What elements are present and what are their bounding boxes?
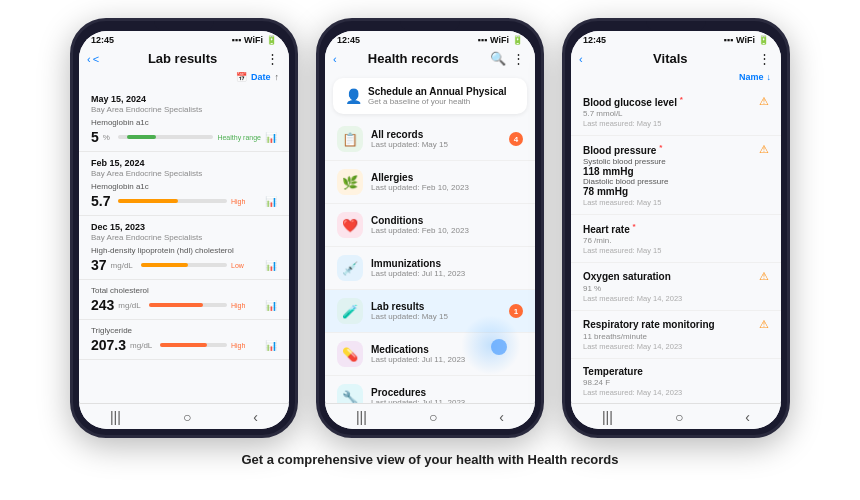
lab-unit-0: % [103,133,110,142]
record-date-0: Last updated: May 15 [371,140,501,149]
back-nav-1[interactable]: ‹ [253,409,258,425]
circle-nav-3[interactable]: ○ [675,409,683,425]
lab-results-title: Lab results [103,51,262,66]
range-fill-2 [141,263,188,267]
wifi-icon: WiFi [244,35,263,45]
range-fill-1 [118,199,178,203]
vital-measured-2: Last measured: May 15 [583,246,769,255]
more-icon-1[interactable]: ⋮ [266,51,279,66]
back-button-3[interactable]: ‹ [579,53,583,65]
record-icon-4: 🧪 [337,298,363,324]
vital-item-2[interactable]: Heart rate * 76 /min. Last measured: May… [571,215,781,263]
circle-nav-2[interactable]: ○ [429,409,437,425]
back-nav-3[interactable]: ‹ [745,409,750,425]
back-nav-2[interactable]: ‹ [499,409,504,425]
record-text-6: Procedures Last updated: Jul 11, 2023 [371,387,523,403]
vital-item-1[interactable]: Blood pressure * ⚠ Systolic blood pressu… [571,136,781,214]
range-label-0: Healthy range [217,134,261,141]
lab-facility-1: Bay Area Endocrine Specialists [91,169,277,178]
more-icon-2[interactable]: ⋮ [512,51,525,66]
phone-lab-results: 12:45 ▪▪▪ WiFi 🔋 ‹ < Lab results ⋮ 📅 [70,18,298,438]
vital-unit-0: 5.7 mmol/L [583,109,769,118]
lab-value-4: 207.3 [91,337,126,353]
lab-results-content: May 15, 2024 Bay Area Endocrine Speciali… [79,84,289,403]
vital-measured-0: Last measured: May 15 [583,119,769,128]
home-nav-1[interactable]: ||| [110,409,121,425]
record-name-1: Allergies [371,172,523,183]
record-item-5[interactable]: 💊 Medications Last updated: Jul 11, 2023 [325,333,535,376]
chart-icon-4: 📊 [265,340,277,351]
back-chevron-1: ‹ [87,53,91,65]
vital-name-0: Blood glucose level * [583,95,683,108]
record-item-1[interactable]: 🌿 Allergies Last updated: Feb 10, 2023 [325,161,535,204]
search-icon-2[interactable]: 🔍 [490,51,506,66]
record-date-1: Last updated: Feb 10, 2023 [371,183,523,192]
vital-item-3[interactable]: Oxygen saturation ⚠ 91 % Last measured: … [571,263,781,311]
home-nav-3[interactable]: ||| [602,409,613,425]
record-item-4[interactable]: 🧪 Lab results Last updated: May 15 1 [325,290,535,333]
lab-entry-3: Total cholesterol 243 mg/dL High 📊 [79,280,289,320]
lab-entry-1: Feb 15, 2024 Bay Area Endocrine Speciali… [79,152,289,216]
vital-sub-1a: Systolic blood pressure [583,157,769,166]
sort-label-3[interactable]: Name [739,72,764,82]
lab-entry-4: Triglyceride 207.3 mg/dL High 📊 [79,320,289,360]
sort-icon-calendar: 📅 [236,72,247,82]
vital-item-4[interactable]: Respiratory rate monitoring ⚠ 11 breaths… [571,311,781,359]
record-name-6: Procedures [371,387,523,398]
record-text-0: All records Last updated: May 15 [371,129,501,149]
lab-test-0: Hemoglobin a1c [91,118,277,127]
vitals-header: ‹ Vitals ⋮ [571,47,781,70]
lab-test-2: High-density lipoprotein (hdl) cholester… [91,246,277,255]
signal-icon-3: ▪▪▪ [724,35,734,45]
signal-icon-2: ▪▪▪ [478,35,488,45]
lab-value-row-0: 5 % Healthy range 📊 [91,129,277,145]
record-item-2[interactable]: ❤️ Conditions Last updated: Feb 10, 2023 [325,204,535,247]
vital-measured-5: Last measured: May 14, 2023 [583,388,769,397]
vital-measured-1: Last measured: May 15 [583,198,769,207]
battery-icon-2: 🔋 [512,35,523,45]
record-icon-6: 🔧 [337,384,363,403]
chart-icon-0: 📊 [265,132,277,143]
record-text-5: Medications Last updated: Jul 11, 2023 [371,344,523,364]
schedule-subtitle: Get a baseline of your health [368,97,507,106]
schedule-banner[interactable]: 👤 Schedule an Annual Physical Get a base… [333,78,527,114]
header-icons-3: ⋮ [758,51,771,66]
record-icon-2: ❤️ [337,212,363,238]
record-date-3: Last updated: Jul 11, 2023 [371,269,523,278]
circle-nav-1[interactable]: ○ [183,409,191,425]
lab-value-2: 37 [91,257,107,273]
vital-unit-2: 76 /min. [583,236,769,245]
vital-warning-0: ⚠ [759,95,769,108]
lab-entry-0: May 15, 2024 Bay Area Endocrine Speciali… [79,88,289,152]
lab-value-row-1: 5.7 High 📊 [91,193,277,209]
record-text-3: Immunizations Last updated: Jul 11, 2023 [371,258,523,278]
record-item-6[interactable]: 🔧 Procedures Last updated: Jul 11, 2023 [325,376,535,403]
vital-unit-5: 98.24 F [583,378,769,387]
vital-warning-3: ⚠ [759,270,769,283]
back-chevron-2: ‹ [333,53,337,65]
record-date-6: Last updated: Jul 11, 2023 [371,398,523,403]
record-item-3[interactable]: 💉 Immunizations Last updated: Jul 11, 20… [325,247,535,290]
record-item-0[interactable]: 📋 All records Last updated: May 15 4 [325,118,535,161]
vital-item-0[interactable]: Blood glucose level * ⚠ 5.7 mmol/L Last … [571,88,781,136]
chart-icon-3: 📊 [265,300,277,311]
lab-entry-2: Dec 15, 2023 Bay Area Endocrine Speciali… [79,216,289,280]
phone-notch-3 [646,21,706,31]
lab-facility-2: Bay Area Endocrine Specialists [91,233,277,242]
bottom-nav-3: ||| ○ ‹ [571,403,781,429]
range-label-4: High [231,342,261,349]
home-nav-2[interactable]: ||| [356,409,367,425]
sort-label-1[interactable]: Date [251,72,271,82]
back-button-2[interactable]: ‹ [333,53,337,65]
status-icons-3: ▪▪▪ WiFi 🔋 [724,35,770,45]
chart-icon-1: 📊 [265,196,277,207]
vital-item-5[interactable]: Temperature 98.24 F Last measured: May 1… [571,359,781,403]
record-name-5: Medications [371,344,523,355]
vital-value-1b: 78 mmHg [583,186,769,197]
more-icon-3[interactable]: ⋮ [758,51,771,66]
record-icon-3: 💉 [337,255,363,281]
back-button-1[interactable]: ‹ < [87,53,99,65]
record-name-2: Conditions [371,215,523,226]
phone-notch-2 [400,21,460,31]
chart-icon-2: 📊 [265,260,277,271]
